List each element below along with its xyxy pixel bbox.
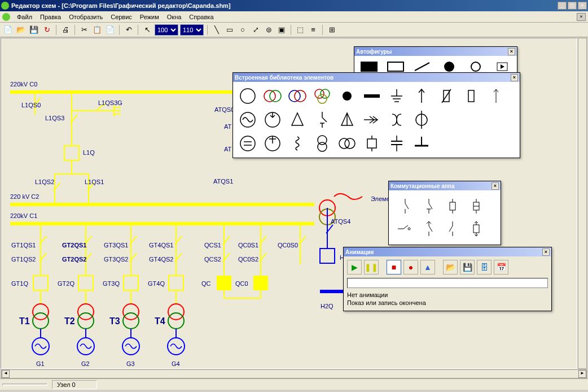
anim-calendar[interactable]: 📅	[494, 260, 508, 275]
sw-4[interactable]	[466, 196, 487, 216]
anim-save[interactable]: 💾	[460, 260, 475, 275]
switch-tool[interactable]: ⤢	[250, 24, 261, 36]
sym-trans2-bb[interactable]	[285, 84, 310, 108]
pointer-button[interactable]: ↖	[142, 24, 153, 36]
sym-dot[interactable]	[335, 84, 359, 108]
sym-fuse[interactable]	[434, 84, 459, 108]
autofig-close[interactable]: ×	[508, 48, 515, 55]
anim-pause[interactable]: ❚❚	[364, 260, 379, 275]
sym-arrow-right[interactable]	[359, 108, 384, 132]
sym-trans2-rg[interactable]	[260, 84, 285, 108]
sw-3[interactable]	[442, 196, 463, 216]
tool-a[interactable]: ⬚	[295, 24, 306, 36]
sym-chassis[interactable]	[409, 132, 434, 155]
tool-b[interactable]: ≡	[308, 24, 319, 36]
sym-ground[interactable]	[384, 84, 409, 108]
svg-text:GT2QS2: GT2QS2	[62, 256, 86, 263]
line-tool[interactable]: ╲	[211, 24, 222, 36]
reload-button[interactable]: ↻	[41, 24, 52, 36]
panel-switching[interactable]: Коммутационные аппа ×	[388, 181, 501, 245]
sw-1[interactable]	[394, 196, 416, 216]
scroll-left[interactable]: ◄	[2, 370, 10, 378]
anim-eject[interactable]: ▲	[420, 260, 435, 275]
sym-busbar[interactable]	[359, 84, 384, 108]
switching-close[interactable]: ×	[492, 182, 499, 190]
sym-2circle-link[interactable]	[335, 132, 359, 155]
menu-service[interactable]: Сервис	[107, 12, 135, 21]
mdi-close-button[interactable]: ×	[577, 13, 586, 21]
close-button[interactable]: ×	[578, 2, 587, 10]
label-bus-c2: 220 kV C2	[10, 193, 39, 200]
sym-2circle-v[interactable]	[310, 132, 335, 155]
cut-button[interactable]: ✂	[78, 24, 90, 36]
sw-7[interactable]	[442, 219, 463, 239]
sym-blank5[interactable]	[459, 132, 484, 155]
zoom1-select[interactable]: 100	[155, 24, 178, 36]
panel-library[interactable]: Встроенная библиотека элементов ×	[232, 72, 520, 158]
scrollbar-horizontal[interactable]: ◄ ►	[1, 369, 587, 378]
print-button[interactable]: 🖨	[60, 24, 71, 36]
node-tool[interactable]: ▣	[276, 24, 287, 36]
sym-arc[interactable]	[260, 132, 285, 155]
sym-capacitor[interactable]	[459, 84, 484, 108]
sym-arrow-up[interactable]	[409, 84, 434, 108]
sym-relay[interactable]	[359, 132, 384, 155]
copy-button[interactable]: 📋	[91, 24, 103, 36]
minimize-button[interactable]: _	[558, 2, 567, 10]
sym-cap[interactable]	[384, 132, 409, 155]
save-button[interactable]: 💾	[28, 24, 40, 36]
scroll-right[interactable]: ►	[578, 370, 586, 378]
svg-point-27	[33, 313, 49, 329]
maximize-button[interactable]: □	[568, 2, 577, 10]
anim-stop[interactable]: ■	[387, 260, 401, 275]
sym-ct[interactable]	[409, 108, 434, 132]
sym-switch[interactable]	[310, 108, 335, 132]
sw-5[interactable]	[394, 219, 416, 239]
zoom2-select[interactable]: 110	[180, 24, 204, 36]
anim-play[interactable]: ▶	[347, 260, 362, 275]
sym-inductor[interactable]	[285, 132, 310, 155]
sym-delta2[interactable]	[335, 108, 359, 132]
paste-button[interactable]: 📄	[104, 24, 116, 36]
scrollbar-vertical[interactable]	[578, 38, 587, 369]
sw-8[interactable]	[466, 219, 487, 239]
sym-trans3[interactable]	[310, 84, 335, 108]
menu-view[interactable]: Отобразить	[65, 12, 106, 21]
undo-button[interactable]: ↶	[123, 24, 134, 36]
open-button[interactable]: 📂	[15, 24, 27, 36]
sw-2[interactable]	[418, 196, 440, 216]
sym-arrow-thin[interactable]	[484, 84, 508, 108]
anim-saveall[interactable]: 🗄	[477, 260, 492, 275]
sym-blank4[interactable]	[434, 132, 459, 155]
library-close[interactable]: ×	[511, 74, 518, 81]
panel-animation[interactable]: Анимация × ▶ ❚❚ ■ ● ▲ 📂 💾 🗄 📅 Нет анимац…	[343, 247, 552, 311]
anim-record[interactable]: ●	[403, 260, 418, 275]
svg-rect-174	[473, 225, 479, 233]
svg-marker-100	[501, 64, 504, 69]
rect-tool[interactable]: ▭	[224, 24, 235, 36]
sw-6[interactable]	[418, 219, 440, 239]
sym-delta[interactable]	[285, 108, 310, 132]
sym-motor[interactable]	[260, 108, 285, 132]
anim-open[interactable]: 📂	[443, 260, 458, 275]
sym-blank3[interactable]	[484, 108, 508, 132]
menu-edit[interactable]: Правка	[37, 12, 64, 21]
circle-tool[interactable]: ○	[237, 24, 248, 36]
menu-help[interactable]: Справка	[186, 12, 217, 21]
sym-blank1[interactable]	[434, 108, 459, 132]
menu-mode[interactable]: Режим	[137, 12, 163, 21]
new-button[interactable]: 📄	[2, 24, 14, 36]
animation-close[interactable]: ×	[542, 249, 550, 256]
sym-blank2[interactable]	[459, 108, 484, 132]
sym-source[interactable]	[235, 108, 260, 132]
svg-point-101	[240, 89, 255, 103]
menu-file[interactable]: Файл	[14, 12, 36, 21]
sym-blank6[interactable]	[484, 132, 508, 155]
double-circle-tool[interactable]: ⊚	[263, 24, 274, 36]
sym-eq[interactable]	[235, 132, 260, 155]
sym-circle[interactable]	[235, 84, 260, 108]
sym-converter[interactable]	[384, 108, 409, 132]
anim-input[interactable]	[347, 278, 548, 288]
menu-windows[interactable]: Окна	[164, 12, 185, 21]
tool-c[interactable]: ⊞	[326, 24, 337, 36]
